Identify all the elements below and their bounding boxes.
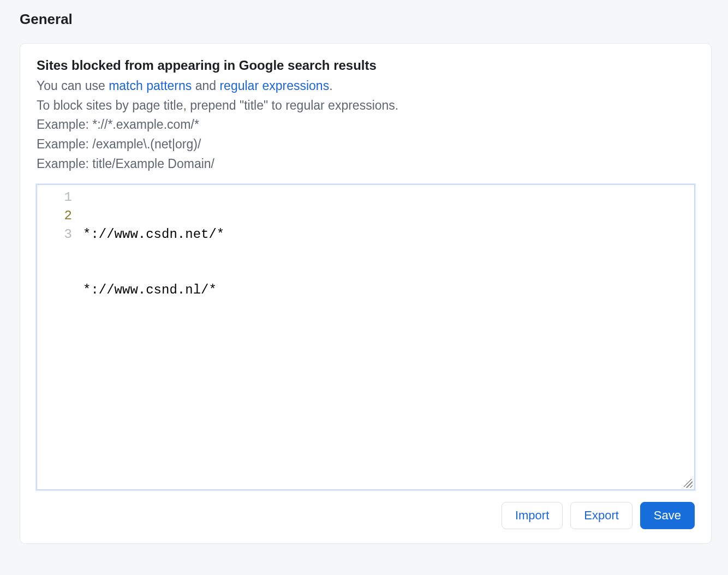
code-line[interactable]: *://www.csnd.nl/* <box>83 281 694 300</box>
general-card: Sites blocked from appearing in Google s… <box>20 43 712 544</box>
line-number: 1 <box>37 188 72 207</box>
line-number: 2 <box>37 207 72 225</box>
help-text-post: . <box>329 79 332 93</box>
import-button[interactable]: Import <box>502 502 563 529</box>
blocklist-editor[interactable]: 1 2 3 *://www.csdn.net/* *://www.csnd.nl… <box>37 184 695 490</box>
section-title: Sites blocked from appearing in Google s… <box>37 58 695 73</box>
page-heading: General <box>20 11 712 28</box>
export-button[interactable]: Export <box>570 502 632 529</box>
help-line-title-prefix: To block sites by page title, prepend "t… <box>37 96 695 116</box>
help-example-3: Example: title/Example Domain/ <box>37 154 695 174</box>
help-line-patterns: You can use match patterns and regular e… <box>37 76 695 96</box>
button-row: Import Export Save <box>37 502 695 529</box>
regular-expressions-link[interactable]: regular expressions <box>219 79 329 93</box>
code-line[interactable]: *://www.csdn.net/* <box>83 225 694 244</box>
help-text-pre: You can use <box>37 79 109 93</box>
match-patterns-link[interactable]: match patterns <box>109 79 192 93</box>
code-line[interactable] <box>83 337 694 355</box>
help-example-2: Example: /example\.(net|org)/ <box>37 135 695 154</box>
save-button[interactable]: Save <box>640 502 695 529</box>
help-example-1: Example: *://*.example.com/* <box>37 115 695 135</box>
editor-content[interactable]: *://www.csdn.net/* *://www.csnd.nl/* <box>80 188 694 489</box>
help-text-mid: and <box>192 79 219 93</box>
editor-gutter: 1 2 3 <box>37 188 80 489</box>
line-number: 3 <box>37 225 72 244</box>
